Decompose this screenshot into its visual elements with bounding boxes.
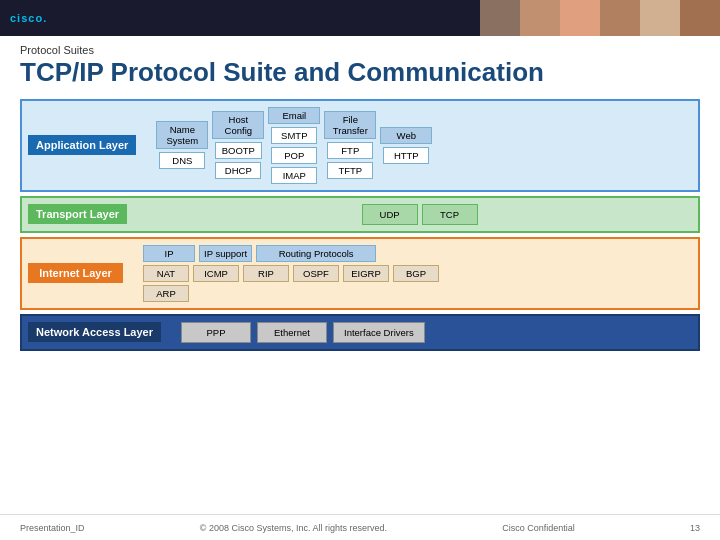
netaccess-proto-row: PPP Ethernet Interface Drivers [181, 322, 692, 343]
footer-page: 13 [690, 523, 700, 533]
proto-eigrp: EIGRP [343, 265, 389, 282]
application-layer-label: Application Layer [28, 135, 136, 155]
footer-confidential: Cisco Confidential [502, 523, 575, 533]
proto-udp: UDP [362, 204, 418, 225]
proto-smtp: SMTP [271, 127, 317, 144]
application-proto-grid: NameSystem DNS HostConfig BOOTP DHCP Ema… [156, 107, 692, 184]
photo-6 [680, 0, 720, 36]
proto-dns: DNS [159, 152, 205, 169]
proto-dhcp: DHCP [215, 162, 261, 179]
proto-tftp: TFTP [327, 162, 373, 179]
transport-layer-label: Transport Layer [28, 204, 127, 224]
internet-proto-grid: IP IP support Routing Protocols NAT ICMP… [143, 245, 692, 302]
photo-4 [600, 0, 640, 36]
footer-presentation-id: Presentation_ID [20, 523, 85, 533]
header: cisco. [0, 0, 720, 36]
proto-imap: IMAP [271, 167, 317, 184]
proto-rip: RIP [243, 265, 289, 282]
app-category-row: NameSystem DNS HostConfig BOOTP DHCP Ema… [156, 107, 692, 184]
col-web: Web HTTP [380, 127, 432, 164]
internet-proto-row2: ARP [143, 285, 692, 302]
proto-tcp: TCP [422, 204, 478, 225]
cat-name-system: NameSystem [156, 121, 208, 149]
proto-ftp: FTP [327, 142, 373, 159]
subtitle: Protocol Suites [20, 44, 700, 56]
cat-ip-support: IP support [199, 245, 252, 262]
proto-ospf: OSPF [293, 265, 339, 282]
internet-cat-row: IP IP support Routing Protocols [143, 245, 692, 262]
proto-ethernet: Ethernet [257, 322, 327, 343]
internet-layer-label: Internet Layer [28, 263, 123, 283]
photo-2 [520, 0, 560, 36]
photo-5 [640, 0, 680, 36]
title-area: Protocol Suites TCP/IP Protocol Suite an… [0, 36, 720, 93]
proto-bgp: BGP [393, 265, 439, 282]
cat-routing: Routing Protocols [256, 245, 376, 262]
proto-arp: ARP [143, 285, 189, 302]
cat-ip: IP [143, 245, 195, 262]
proto-interface-drivers: Interface Drivers [333, 322, 425, 343]
transport-layer: Transport Layer UDP TCP [20, 196, 700, 233]
proto-nat: NAT [143, 265, 189, 282]
col-name-system: NameSystem DNS [156, 121, 208, 169]
col-host-config: HostConfig BOOTP DHCP [212, 111, 264, 179]
main-title: TCP/IP Protocol Suite and Communication [20, 58, 700, 87]
transport-proto-row: UDP TCP [147, 204, 692, 225]
cat-file-transfer: FileTransfer [324, 111, 376, 139]
header-photos [480, 0, 720, 36]
proto-ppp: PPP [181, 322, 251, 343]
col-file-transfer: FileTransfer FTP TFTP [324, 111, 376, 179]
proto-pop: POP [271, 147, 317, 164]
footer-copyright: © 2008 Cisco Systems, Inc. All rights re… [200, 523, 387, 533]
photo-3 [560, 0, 600, 36]
cat-host-config: HostConfig [212, 111, 264, 139]
internet-layer: Internet Layer IP IP support Routing Pro… [20, 237, 700, 310]
proto-http: HTTP [383, 147, 429, 164]
proto-icmp: ICMP [193, 265, 239, 282]
network-access-layer-label: Network Access Layer [28, 322, 161, 342]
application-layer: Application Layer NameSystem DNS HostCon… [20, 99, 700, 192]
diagram-area: Application Layer NameSystem DNS HostCon… [0, 93, 720, 357]
cat-email: Email [268, 107, 320, 124]
internet-proto-row1: NAT ICMP RIP OSPF EIGRP BGP [143, 265, 692, 282]
proto-bootp: BOOTP [215, 142, 262, 159]
network-access-layer: Network Access Layer PPP Ethernet Interf… [20, 314, 700, 351]
photo-1 [480, 0, 520, 36]
cat-web: Web [380, 127, 432, 144]
footer: Presentation_ID © 2008 Cisco Systems, In… [0, 514, 720, 540]
cisco-logo: cisco. [10, 12, 47, 24]
col-email: Email SMTP POP IMAP [268, 107, 320, 184]
